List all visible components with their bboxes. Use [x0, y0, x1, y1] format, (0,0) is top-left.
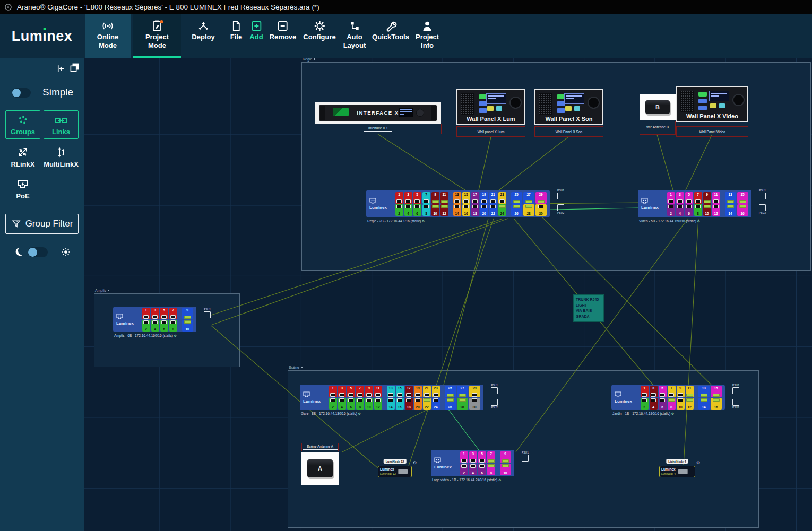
port-8[interactable]: 8 — [668, 398, 676, 410]
port-14[interactable]: 14 — [698, 398, 710, 410]
port-30[interactable]: 30 — [535, 204, 547, 216]
port-14[interactable]: 14 — [453, 204, 461, 216]
port-5[interactable]: 5 — [160, 308, 168, 319]
device-luminode[interactable]: Luminex LumiNode 12 — [378, 466, 412, 477]
port-10[interactable]: 10 — [431, 204, 439, 216]
port-10[interactable]: 10 — [500, 464, 511, 475]
port-9[interactable]: 9 — [703, 192, 711, 204]
toolbar-button-quicktools[interactable]: QuickTools — [372, 14, 409, 58]
port-3[interactable]: 3 — [404, 192, 412, 204]
port-27[interactable]: 27 — [523, 192, 534, 204]
toolbar-button-file[interactable]: File — [230, 14, 242, 58]
port-15[interactable]: 15 — [396, 386, 404, 397]
port-4[interactable]: 4 — [151, 320, 159, 332]
toolbar-button-remove[interactable]: Remove — [270, 14, 297, 58]
port-7[interactable]: 7 — [694, 192, 702, 204]
toolbar-button-project-mode[interactable]: ProjectMode — [133, 14, 181, 58]
switch-video[interactable]: Luminex12345678910111213141516PSU1PSU2 — [638, 190, 751, 217]
port-8[interactable]: 8 — [694, 204, 702, 216]
port-7[interactable]: 7 — [487, 451, 495, 463]
port-12[interactable]: 12 — [686, 398, 694, 410]
sidebar-item-groups[interactable]: Groups — [5, 110, 40, 139]
port-10[interactable]: 10 — [182, 320, 193, 332]
port-16[interactable]: 16 — [711, 398, 722, 410]
device-antenna-a[interactable]: A — [301, 452, 339, 485]
port-19[interactable]: 19 — [480, 192, 488, 204]
port-1[interactable]: 1 — [667, 192, 675, 204]
port-13[interactable]: 13 — [698, 386, 710, 397]
port-4[interactable]: 4 — [676, 204, 684, 216]
port-8[interactable]: 8 — [356, 398, 364, 410]
port-4[interactable]: 4 — [469, 464, 477, 475]
port-13[interactable]: 13 — [387, 386, 395, 397]
port-15[interactable]: 15 — [711, 386, 722, 397]
port-8[interactable]: 8 — [487, 464, 495, 475]
switch-regie[interactable]: Luminex123456789101112131415161718192021… — [366, 190, 550, 217]
port-10[interactable]: 10 — [677, 398, 685, 410]
port-11[interactable]: 11 — [686, 386, 694, 397]
port-20[interactable]: 20 — [414, 398, 422, 410]
toolbar-button-deploy[interactable]: Deploy — [192, 14, 214, 58]
port-20[interactable]: 20 — [480, 204, 488, 216]
port-12[interactable]: 12 — [440, 204, 448, 216]
port-29[interactable]: 29 — [535, 192, 547, 204]
port-12[interactable]: 12 — [374, 398, 382, 410]
toolbar-button-add[interactable]: Add — [249, 14, 263, 58]
port-24[interactable]: 24 — [432, 398, 440, 410]
port-3[interactable]: 3 — [338, 386, 346, 397]
note-trunk-rj45[interactable]: TRUNK RJ45LIGHTVIA BAIEGRADA — [573, 294, 604, 322]
port-9[interactable]: 9 — [431, 192, 439, 204]
switch-loge-video[interactable]: Luminex12345678910PSU1 — [431, 450, 514, 476]
port-8[interactable]: 8 — [169, 320, 177, 332]
port-9[interactable]: 9 — [182, 308, 193, 319]
port-23[interactable]: 23 — [498, 192, 506, 204]
port-9[interactable]: 9 — [365, 386, 373, 397]
sidebar-item-poe[interactable]: PoE — [0, 178, 47, 200]
switch-amplis[interactable]: Luminex12345678910PSU1 — [113, 307, 196, 332]
port-2[interactable]: 2 — [667, 204, 675, 216]
port-22[interactable]: 22 — [423, 398, 431, 410]
port-8[interactable]: 8 — [422, 204, 430, 216]
port-26[interactable]: 26 — [511, 204, 522, 216]
switch-jardin[interactable]: Luminex12345678910111213141516PSU1PSU2 — [611, 385, 725, 410]
port-6[interactable]: 6 — [659, 398, 667, 410]
windows-icon[interactable] — [70, 63, 80, 73]
port-7[interactable]: 7 — [422, 192, 430, 204]
port-6[interactable]: 6 — [413, 204, 421, 216]
device-interface-x[interactable]: INTERFACE X — [315, 102, 441, 124]
port-26[interactable]: 26 — [445, 398, 456, 410]
port-17[interactable]: 17 — [405, 386, 413, 397]
port-1[interactable]: 1 — [329, 386, 337, 397]
port-30[interactable]: 30 — [469, 398, 480, 410]
toolbar-button-project-info[interactable]: ProjectInfo — [416, 14, 439, 58]
port-23[interactable]: 23 — [432, 386, 440, 397]
port-22[interactable]: 22 — [489, 204, 497, 216]
port-4[interactable]: 4 — [338, 398, 346, 410]
port-3[interactable]: 3 — [676, 192, 684, 204]
toolbar-button-auto-layout[interactable]: AutoLayout — [343, 14, 366, 58]
port-29[interactable]: 29 — [469, 386, 480, 397]
port-21[interactable]: 21 — [423, 386, 431, 397]
port-6[interactable]: 6 — [478, 464, 486, 475]
port-3[interactable]: 3 — [650, 386, 658, 397]
port-1[interactable]: 1 — [641, 386, 649, 397]
port-6[interactable]: 6 — [347, 398, 355, 410]
toolbar-button-configure[interactable]: Configure — [303, 14, 335, 58]
simple-mode-toggle[interactable] — [12, 88, 31, 98]
port-13[interactable]: 13 — [725, 192, 736, 204]
device-antenna-b[interactable]: B — [640, 94, 676, 120]
port-1[interactable]: 1 — [460, 451, 468, 463]
port-1[interactable]: 1 — [142, 308, 150, 319]
port-15[interactable]: 15 — [462, 192, 470, 204]
port-1[interactable]: 1 — [395, 192, 403, 204]
port-7[interactable]: 7 — [169, 308, 177, 319]
port-19[interactable]: 19 — [414, 386, 422, 397]
port-11[interactable]: 11 — [712, 192, 720, 204]
sidebar-item-multilinkx[interactable]: MultiLinkX — [37, 146, 85, 168]
port-3[interactable]: 3 — [469, 451, 477, 463]
port-27[interactable]: 27 — [457, 386, 468, 397]
group-filter-button[interactable]: Group Filter — [5, 214, 79, 234]
port-21[interactable]: 21 — [489, 192, 497, 204]
theme-toggle[interactable] — [28, 247, 48, 257]
toolbar-button-online-mode[interactable]: OnlineMode — [85, 14, 131, 58]
